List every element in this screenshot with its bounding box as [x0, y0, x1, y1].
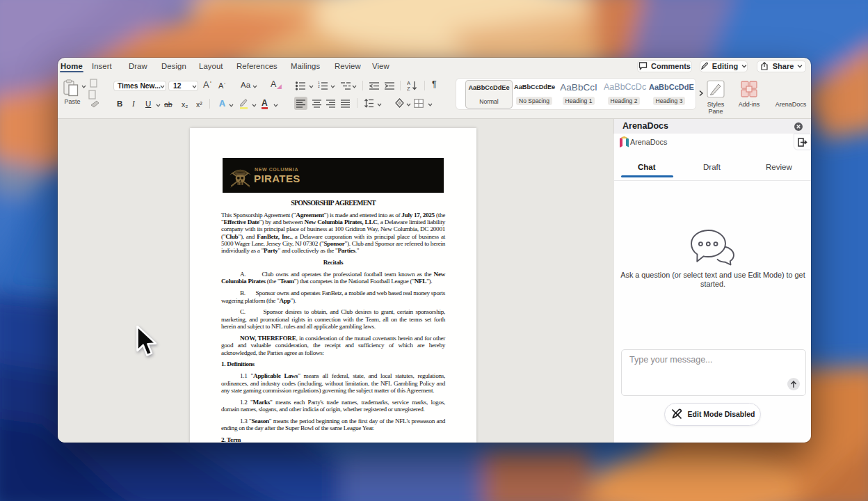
- svg-text:Z: Z: [407, 86, 410, 91]
- svg-text:2: 2: [318, 84, 320, 88]
